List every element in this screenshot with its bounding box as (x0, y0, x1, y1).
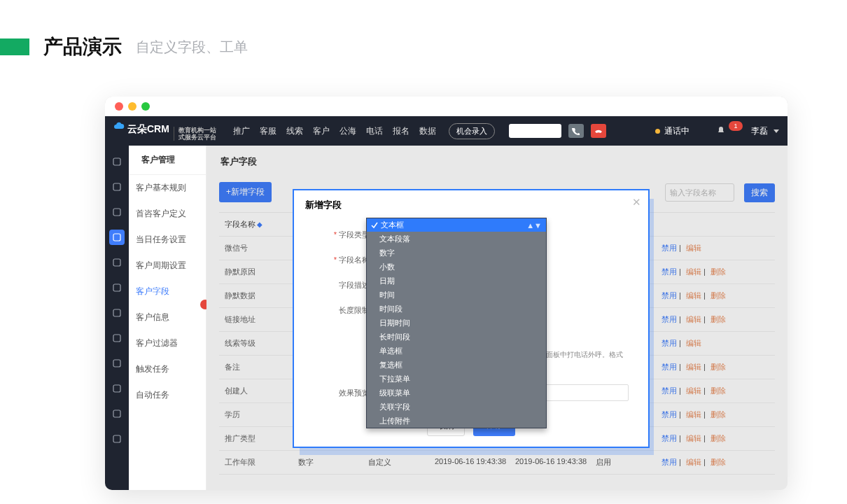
dropdown-option[interactable]: 上传附件 (367, 414, 546, 428)
check-icon (371, 222, 378, 229)
hangup-button[interactable] (591, 124, 606, 138)
dropdown-option[interactable]: 时间段 (367, 302, 546, 316)
nav-item[interactable]: 客服 (260, 125, 276, 137)
window-chrome (105, 97, 788, 116)
brand-tagline: 教育机构一站式服务云平台 (174, 127, 216, 141)
page-title: 产品演示 (43, 34, 122, 60)
dropdown-selected-option[interactable]: 文本框 ▲▼ (367, 218, 546, 232)
sidebar-item[interactable]: 自动任务 (129, 382, 206, 408)
dial-button[interactable] (568, 124, 584, 138)
shield-icon[interactable] (109, 179, 125, 195)
dropdown-option[interactable]: 级联菜单 (367, 386, 546, 400)
nav-links: 推广客服线索客户公海电话报名数据 (233, 125, 436, 137)
tag-icon[interactable] (109, 406, 125, 421)
sidebar-item[interactable]: 客户基本规则 (129, 175, 206, 201)
dropdown-option[interactable]: 关联字段 (367, 400, 546, 414)
modal-title: 新增字段 (293, 189, 650, 221)
cloud-icon (113, 121, 125, 132)
ticket-icon[interactable] (109, 255, 125, 270)
warning-icon[interactable] (109, 305, 125, 321)
icon-rail (105, 146, 129, 490)
top-nav: 云朵CRM 教育机构一站式服务云平台 推广客服线索客户公海电话报名数据 机会录入… (105, 116, 788, 146)
card-icon[interactable] (109, 431, 125, 447)
phone-icon[interactable] (109, 381, 125, 396)
dropdown-option[interactable]: 文本段落 (367, 232, 546, 246)
dropdown-option[interactable]: 小数 (367, 260, 546, 274)
field-type-dropdown[interactable]: 文本框 ▲▼ 文本段落数字小数日期时间时间段日期时间长时间段单选框复选框下拉菜单… (366, 218, 547, 428)
user-name: 李磊 (751, 125, 768, 137)
user-icon[interactable] (109, 230, 125, 245)
sidebar-section-title: 客户管理 (129, 146, 206, 175)
dropdown-option[interactable]: 日期 (367, 274, 546, 288)
svg-rect-9 (113, 385, 120, 392)
sub-sidebar: 客户管理 客户基本规则首咨客户定义当日任务设置客户周期设置客户字段客户信息客户过… (129, 146, 206, 490)
modal-close-button[interactable]: ✕ (632, 196, 641, 209)
minimize-icon[interactable] (128, 102, 136, 111)
svg-rect-11 (113, 435, 120, 442)
sidebar-item[interactable]: 客户信息 (129, 304, 206, 330)
svg-rect-0 (113, 158, 120, 165)
nav-item[interactable]: 线索 (286, 125, 303, 137)
chevron-down-icon (774, 130, 779, 133)
svg-rect-1 (113, 183, 120, 190)
sidebar-item[interactable]: 客户字段 (129, 279, 206, 304)
sidebar-item[interactable]: 客户周期设置 (129, 253, 206, 279)
status-dot-icon (655, 129, 660, 134)
opportunity-entry-button[interactable]: 机会录入 (449, 123, 495, 139)
bell-icon (716, 126, 726, 136)
nav-item[interactable]: 客户 (313, 125, 330, 137)
home-icon[interactable] (109, 280, 125, 295)
nav-item[interactable]: 推广 (233, 125, 250, 137)
svg-rect-7 (113, 335, 120, 342)
search-icon[interactable] (109, 330, 125, 346)
notification-badge: 1 (729, 121, 743, 131)
sidebar-item[interactable]: 当日任务设置 (129, 227, 206, 253)
svg-rect-4 (113, 259, 120, 266)
sidebar-item[interactable]: 首咨客户定义 (129, 201, 206, 227)
page-subtitle: 自定义字段、工单 (136, 38, 248, 57)
sidebar-item[interactable]: 触发任务 (129, 356, 206, 382)
svg-rect-3 (113, 234, 120, 241)
maximize-icon[interactable] (141, 102, 150, 111)
dropdown-option[interactable]: 长时间段 (367, 330, 546, 344)
call-status: 通话中 (655, 125, 690, 137)
nav-item[interactable]: 电话 (366, 125, 383, 137)
dropdown-option[interactable]: 数字 (367, 246, 546, 260)
dropdown-option[interactable]: 日期时间 (367, 316, 546, 330)
brand[interactable]: 云朵CRM 教育机构一站式服务云平台 (113, 121, 216, 141)
sidebar-item[interactable]: 客户过滤器 (129, 330, 206, 356)
user-menu[interactable]: 1 李磊 (716, 125, 779, 137)
dashboard-icon[interactable] (109, 154, 125, 169)
svg-rect-2 (113, 209, 120, 216)
top-search-input[interactable] (509, 124, 561, 138)
caret-icon: ▲▼ (526, 221, 542, 230)
dropdown-option[interactable]: 单选框 (367, 344, 546, 358)
svg-rect-10 (113, 410, 120, 417)
svg-rect-5 (113, 284, 120, 291)
close-icon[interactable] (115, 102, 123, 111)
dropdown-option[interactable]: 时间 (367, 288, 546, 302)
brand-name: 云朵CRM (127, 123, 169, 136)
accent-bar (0, 38, 29, 55)
dropdown-option[interactable]: 下拉菜单 (367, 372, 546, 386)
nav-item[interactable]: 数据 (419, 125, 436, 137)
svg-rect-6 (113, 309, 120, 316)
nav-item[interactable]: 公海 (340, 125, 356, 137)
nav-item[interactable]: 报名 (393, 125, 410, 137)
svg-rect-8 (113, 360, 120, 367)
note-icon[interactable] (109, 356, 125, 371)
analytics-icon[interactable] (109, 204, 125, 220)
dropdown-option[interactable]: 复选框 (367, 358, 546, 372)
